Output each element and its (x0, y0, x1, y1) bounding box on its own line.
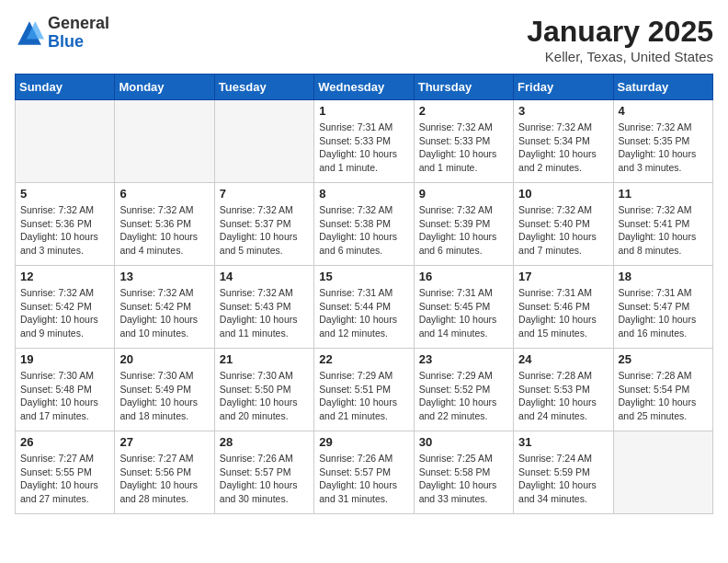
day-number: 5 (20, 187, 109, 201)
calendar-cell: 27 Sunrise: 7:27 AMSunset: 5:56 PMDaylig… (115, 431, 214, 514)
day-info: Sunrise: 7:32 AMSunset: 5:42 PMDaylight:… (20, 286, 109, 340)
title-block: January 2025 Keller, Texas, United State… (527, 15, 713, 64)
calendar-cell (115, 100, 214, 183)
calendar-cell: 28 Sunrise: 7:26 AMSunset: 5:57 PMDaylig… (214, 431, 313, 514)
weekday-header-saturday: Saturday (613, 75, 712, 100)
calendar-table: SundayMondayTuesdayWednesdayThursdayFrid… (15, 74, 713, 514)
day-number: 20 (119, 352, 209, 366)
day-info: Sunrise: 7:32 AMSunset: 5:42 PMDaylight:… (119, 286, 209, 340)
calendar-cell: 19 Sunrise: 7:30 AMSunset: 5:48 PMDaylig… (16, 349, 115, 431)
day-number: 6 (119, 187, 209, 201)
day-info: Sunrise: 7:32 AMSunset: 5:35 PMDaylight:… (619, 121, 708, 175)
day-info: Sunrise: 7:30 AMSunset: 5:50 PMDaylight:… (220, 369, 309, 423)
day-number: 12 (20, 270, 109, 283)
weekday-header-thursday: Thursday (414, 75, 513, 100)
calendar-cell: 17 Sunrise: 7:31 AMSunset: 5:46 PMDaylig… (514, 266, 613, 349)
calendar-cell (16, 100, 115, 183)
page-header: General Blue January 2025 Keller, Texas,… (15, 15, 713, 64)
day-info: Sunrise: 7:29 AMSunset: 5:51 PMDaylight:… (319, 369, 408, 423)
calendar-cell: 23 Sunrise: 7:29 AMSunset: 5:52 PMDaylig… (414, 349, 513, 431)
day-number: 17 (518, 270, 608, 283)
calendar-cell: 13 Sunrise: 7:32 AMSunset: 5:42 PMDaylig… (115, 266, 214, 349)
weekday-header-row: SundayMondayTuesdayWednesdayThursdayFrid… (16, 75, 713, 100)
calendar-cell: 18 Sunrise: 7:31 AMSunset: 5:47 PMDaylig… (613, 266, 712, 349)
day-number: 31 (518, 435, 608, 449)
calendar-cell: 24 Sunrise: 7:28 AMSunset: 5:53 PMDaylig… (514, 349, 613, 431)
day-number: 28 (220, 435, 309, 449)
day-info: Sunrise: 7:26 AMSunset: 5:57 PMDaylight:… (319, 452, 408, 506)
calendar-subtitle: Keller, Texas, United States (527, 49, 713, 64)
day-info: Sunrise: 7:26 AMSunset: 5:57 PMDaylight:… (220, 452, 309, 506)
day-info: Sunrise: 7:24 AMSunset: 5:59 PMDaylight:… (518, 452, 608, 506)
calendar-cell: 31 Sunrise: 7:24 AMSunset: 5:59 PMDaylig… (514, 431, 613, 514)
day-number: 23 (419, 352, 508, 366)
day-number: 13 (119, 270, 209, 283)
day-info: Sunrise: 7:30 AMSunset: 5:48 PMDaylight:… (20, 369, 109, 423)
day-info: Sunrise: 7:31 AMSunset: 5:46 PMDaylight:… (518, 286, 608, 340)
day-info: Sunrise: 7:27 AMSunset: 5:55 PMDaylight:… (20, 452, 109, 506)
logo-icon (15, 18, 44, 48)
day-number: 29 (319, 435, 408, 449)
day-number: 30 (419, 435, 508, 449)
day-info: Sunrise: 7:32 AMSunset: 5:33 PMDaylight:… (419, 121, 508, 175)
calendar-cell: 3 Sunrise: 7:32 AMSunset: 5:34 PMDayligh… (514, 100, 613, 183)
calendar-cell: 29 Sunrise: 7:26 AMSunset: 5:57 PMDaylig… (314, 431, 414, 514)
calendar-week-1: 1 Sunrise: 7:31 AMSunset: 5:33 PMDayligh… (16, 100, 713, 183)
weekday-header-monday: Monday (115, 75, 214, 100)
day-info: Sunrise: 7:27 AMSunset: 5:56 PMDaylight:… (119, 452, 209, 506)
day-info: Sunrise: 7:31 AMSunset: 5:44 PMDaylight:… (319, 286, 408, 340)
calendar-cell: 30 Sunrise: 7:25 AMSunset: 5:58 PMDaylig… (414, 431, 513, 514)
calendar-cell: 20 Sunrise: 7:30 AMSunset: 5:49 PMDaylig… (115, 349, 214, 431)
day-number: 7 (220, 187, 309, 201)
calendar-cell: 7 Sunrise: 7:32 AMSunset: 5:37 PMDayligh… (214, 183, 313, 266)
calendar-week-3: 12 Sunrise: 7:32 AMSunset: 5:42 PMDaylig… (16, 266, 713, 349)
calendar-cell: 8 Sunrise: 7:32 AMSunset: 5:38 PMDayligh… (314, 183, 414, 266)
calendar-cell: 1 Sunrise: 7:31 AMSunset: 5:33 PMDayligh… (314, 100, 414, 183)
weekday-header-sunday: Sunday (16, 75, 115, 100)
day-info: Sunrise: 7:30 AMSunset: 5:49 PMDaylight:… (119, 369, 209, 423)
day-info: Sunrise: 7:31 AMSunset: 5:45 PMDaylight:… (419, 286, 508, 340)
calendar-week-4: 19 Sunrise: 7:30 AMSunset: 5:48 PMDaylig… (16, 349, 713, 431)
calendar-cell: 12 Sunrise: 7:32 AMSunset: 5:42 PMDaylig… (16, 266, 115, 349)
day-number: 3 (518, 104, 608, 118)
calendar-cell (214, 100, 313, 183)
calendar-cell: 4 Sunrise: 7:32 AMSunset: 5:35 PMDayligh… (613, 100, 712, 183)
calendar-cell: 9 Sunrise: 7:32 AMSunset: 5:39 PMDayligh… (414, 183, 513, 266)
day-number: 2 (419, 104, 508, 118)
calendar-cell: 2 Sunrise: 7:32 AMSunset: 5:33 PMDayligh… (414, 100, 513, 183)
calendar-week-2: 5 Sunrise: 7:32 AMSunset: 5:36 PMDayligh… (16, 183, 713, 266)
calendar-cell (613, 431, 712, 514)
calendar-cell: 25 Sunrise: 7:28 AMSunset: 5:54 PMDaylig… (613, 349, 712, 431)
day-info: Sunrise: 7:32 AMSunset: 5:39 PMDaylight:… (419, 203, 508, 258)
day-number: 24 (518, 352, 608, 366)
calendar-week-5: 26 Sunrise: 7:27 AMSunset: 5:55 PMDaylig… (16, 431, 713, 514)
day-info: Sunrise: 7:32 AMSunset: 5:36 PMDaylight:… (119, 203, 209, 258)
day-number: 11 (619, 187, 708, 201)
day-number: 26 (20, 435, 109, 449)
day-info: Sunrise: 7:29 AMSunset: 5:52 PMDaylight:… (419, 369, 508, 423)
day-info: Sunrise: 7:28 AMSunset: 5:54 PMDaylight:… (619, 369, 708, 423)
day-number: 4 (619, 104, 708, 118)
day-info: Sunrise: 7:32 AMSunset: 5:43 PMDaylight:… (220, 286, 309, 340)
logo-general-text: General (48, 14, 109, 32)
logo: General Blue (15, 15, 109, 52)
day-info: Sunrise: 7:25 AMSunset: 5:58 PMDaylight:… (419, 452, 508, 506)
day-info: Sunrise: 7:28 AMSunset: 5:53 PMDaylight:… (518, 369, 608, 423)
day-info: Sunrise: 7:32 AMSunset: 5:41 PMDaylight:… (619, 203, 708, 258)
day-number: 27 (119, 435, 209, 449)
day-number: 21 (220, 352, 309, 366)
day-number: 8 (319, 187, 408, 201)
day-number: 10 (518, 187, 608, 201)
day-number: 25 (619, 352, 708, 366)
calendar-cell: 14 Sunrise: 7:32 AMSunset: 5:43 PMDaylig… (214, 266, 313, 349)
day-number: 16 (419, 270, 508, 283)
calendar-cell: 11 Sunrise: 7:32 AMSunset: 5:41 PMDaylig… (613, 183, 712, 266)
day-number: 19 (20, 352, 109, 366)
calendar-cell: 15 Sunrise: 7:31 AMSunset: 5:44 PMDaylig… (314, 266, 414, 349)
day-info: Sunrise: 7:31 AMSunset: 5:47 PMDaylight:… (619, 286, 708, 340)
calendar-cell: 21 Sunrise: 7:30 AMSunset: 5:50 PMDaylig… (214, 349, 313, 431)
calendar-cell: 6 Sunrise: 7:32 AMSunset: 5:36 PMDayligh… (115, 183, 214, 266)
day-info: Sunrise: 7:32 AMSunset: 5:36 PMDaylight:… (20, 203, 109, 258)
calendar-cell: 22 Sunrise: 7:29 AMSunset: 5:51 PMDaylig… (314, 349, 414, 431)
day-number: 1 (319, 104, 408, 118)
